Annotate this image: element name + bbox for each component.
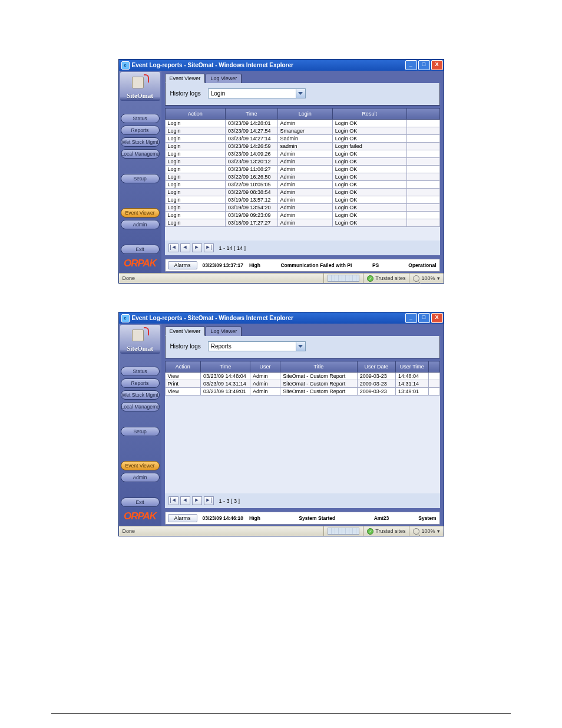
col-login[interactable]: Login (277, 108, 332, 120)
alarms-button[interactable]: Alarms (168, 261, 197, 269)
col-userdate[interactable]: User Date (357, 361, 395, 373)
history-logs-select[interactable]: Login (208, 88, 306, 98)
col-time[interactable]: Time (201, 361, 250, 373)
minimize-button[interactable]: _ (405, 60, 417, 70)
table-row[interactable]: Login03/23/09 13:20:12AdminLogin OK (165, 158, 439, 166)
alarm-device: Ami23 (371, 515, 392, 521)
status-done: Done (119, 275, 139, 281)
cell: Admin (277, 204, 332, 212)
table-row[interactable]: Login03/23/09 11:08:27AdminLogin OK (165, 166, 439, 173)
status-zoom[interactable]: 100% ▾ (409, 274, 443, 283)
table-row[interactable]: Login03/22/09 08:38:54AdminLogin OK (165, 189, 439, 196)
maximize-button[interactable]: □ (418, 60, 430, 70)
sidebar: SiteOmat Status Reports Wet Stock Mgmt L… (119, 71, 161, 273)
cell: Print (165, 380, 201, 388)
page-first[interactable]: |◄ (168, 243, 178, 252)
table-row[interactable]: Login03/19/09 13:57:12AdminLogin OK (165, 196, 439, 204)
status-trusted[interactable]: ✓ Trusted sites (363, 526, 409, 536)
table-row[interactable]: Login03/23/09 14:28:01AdminLogin OK (165, 120, 439, 127)
alarms-button[interactable]: Alarms (168, 514, 197, 522)
nav-eventviewer[interactable]: Event Viewer (121, 208, 160, 218)
table-row[interactable]: Login03/22/09 16:26:50AdminLogin OK (165, 173, 439, 181)
col-time[interactable]: Time (226, 108, 278, 120)
nav-setup[interactable]: Setup (121, 427, 160, 436)
status-trusted[interactable]: ✓ Trusted sites (363, 274, 409, 283)
col-user[interactable]: User (250, 361, 280, 373)
col-title[interactable]: Title (280, 361, 357, 373)
page-last[interactable]: ►| (204, 496, 214, 505)
maximize-button[interactable]: □ (418, 313, 430, 323)
cell: 2009-03-23 (357, 380, 395, 388)
alarm-bar: Alarms 03/23/09 14:46:10 High System Sta… (165, 512, 440, 525)
table-row[interactable]: Print03/23/09 14:31:14AdminSiteOmat - Cu… (165, 380, 439, 388)
page-last[interactable]: ►| (204, 243, 214, 252)
page-first[interactable]: |◄ (168, 496, 178, 505)
history-logs-select[interactable]: Reports (208, 341, 306, 351)
status-zoom[interactable]: 100% ▾ (409, 526, 443, 536)
cell: 03/22/09 16:26:50 (226, 173, 278, 181)
page-prev[interactable]: ◄ (180, 243, 190, 252)
alarm-severity: High (246, 515, 263, 521)
table-row[interactable]: Login03/23/09 14:27:54SmanagerLogin OK (165, 127, 439, 135)
cell: 14:31:14 (395, 380, 428, 388)
tab-eventviewer[interactable]: Event Viewer (165, 327, 206, 336)
nav-exit[interactable]: Exit (121, 245, 160, 254)
nav-status[interactable]: Status (121, 367, 160, 376)
page-next[interactable]: ► (192, 243, 202, 252)
nav-admin[interactable]: Admin (121, 220, 160, 229)
cell: SiteOmat - Custom Report (280, 388, 357, 396)
table-row[interactable]: Login03/18/09 17:27:27AdminLogin OK (165, 219, 439, 227)
alarm-time: 03/23/09 14:46:10 (200, 515, 246, 521)
app-window-login: e Event Log-reports - SiteOmat - Windows… (118, 59, 444, 284)
tab-logviewer[interactable]: Log Viewer (206, 74, 242, 83)
chevron-down-icon[interactable] (296, 342, 305, 351)
chevron-down-icon[interactable] (296, 89, 305, 98)
titlebar[interactable]: e Event Log-reports - SiteOmat - Windows… (119, 60, 444, 71)
nav-wetstock[interactable]: Wet Stock Mgmt (121, 390, 160, 400)
nav-admin[interactable]: Admin (121, 473, 160, 482)
filter-bar: History logs Reports (165, 336, 440, 358)
brand-footer: ORPAK (124, 508, 156, 523)
close-button[interactable]: X (431, 60, 443, 70)
app-window-reports: e Event Log-reports - SiteOmat - Windows… (118, 312, 444, 536)
page-range: 1 - 14 [ 14 ] (219, 245, 246, 251)
table-row[interactable]: Login03/23/09 14:09:26AdminLogin OK (165, 150, 439, 158)
table-row[interactable]: Login03/19/09 13:54:20AdminLogin OK (165, 204, 439, 212)
main-panel: Event Viewer Log Viewer History logs Log… (161, 71, 444, 273)
col-action[interactable]: Action (165, 361, 201, 373)
table-row[interactable]: View03/23/09 13:49:01AdminSiteOmat - Cus… (165, 388, 439, 396)
col-action[interactable]: Action (165, 108, 226, 120)
filter-label: History logs (170, 343, 201, 350)
col-usertime[interactable]: User Time (395, 361, 428, 373)
titlebar[interactable]: e Event Log-reports - SiteOmat - Windows… (119, 312, 444, 324)
cell: Login failed (332, 143, 406, 150)
table-row[interactable]: Login03/23/09 14:27:14SadminLogin OK (165, 135, 439, 143)
col-result[interactable]: Result (332, 108, 406, 120)
tab-eventviewer[interactable]: Event Viewer (165, 74, 206, 83)
table-row[interactable]: Login03/19/09 09:23:09AdminLogin OK (165, 212, 439, 219)
minimize-button[interactable]: _ (405, 313, 417, 323)
alarm-message: Communication Failed with PI (263, 262, 369, 268)
table-row[interactable]: Login03/23/09 14:26:59sadminLogin failed (165, 143, 439, 150)
nav-status[interactable]: Status (121, 114, 160, 123)
nav-exit[interactable]: Exit (121, 498, 160, 507)
nav-reports[interactable]: Reports (121, 126, 160, 135)
nav-setup[interactable]: Setup (121, 174, 160, 183)
brand-logo: SiteOmat (120, 72, 160, 101)
table-row[interactable]: View03/23/09 14:48:04AdminSiteOmat - Cus… (165, 373, 439, 380)
nav-reports[interactable]: Reports (121, 378, 160, 388)
nav-localmgmt[interactable]: Local Management (121, 402, 160, 411)
page-prev[interactable]: ◄ (180, 496, 190, 505)
tab-logviewer[interactable]: Log Viewer (206, 327, 242, 336)
close-button[interactable]: X (431, 313, 443, 323)
cell: Login OK (332, 173, 406, 181)
nav-localmgmt[interactable]: Local Management (121, 149, 160, 159)
shield-icon: ✓ (367, 275, 373, 282)
table-row[interactable]: Login03/22/09 10:05:05AdminLogin OK (165, 181, 439, 189)
cell: SiteOmat - Custom Report (280, 373, 357, 380)
nav-eventviewer[interactable]: Event Viewer (121, 461, 160, 470)
page-next[interactable]: ► (192, 496, 202, 505)
cell: Login (165, 143, 226, 150)
alarm-bar: Alarms 03/23/09 13:37:17 High Communicat… (165, 259, 440, 272)
nav-wetstock[interactable]: Wet Stock Mgmt (121, 137, 160, 147)
